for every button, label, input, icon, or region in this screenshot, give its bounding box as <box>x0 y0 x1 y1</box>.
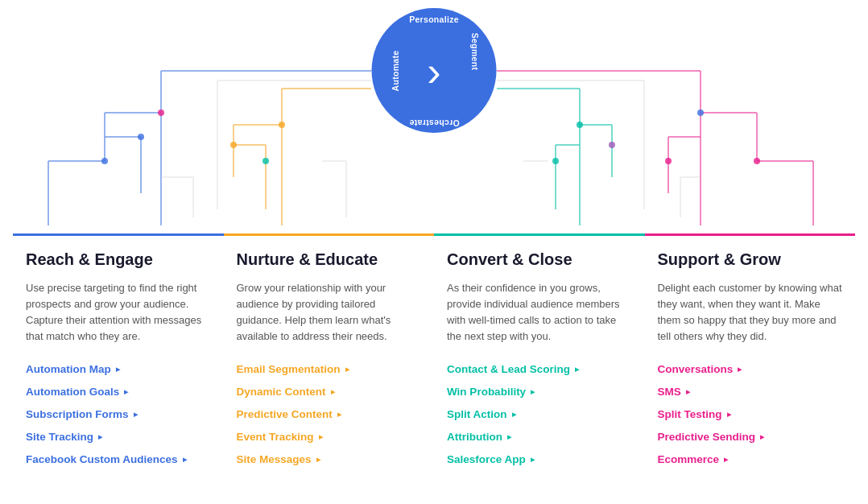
arrow-icon: ▸ <box>512 410 516 419</box>
list-item: Win Probability ▸ <box>447 384 632 399</box>
link-dynamic-content[interactable]: Dynamic Content ▸ <box>237 386 335 398</box>
arrow-icon: ▸ <box>116 365 120 374</box>
columns-area: Reach & EngageUse precise targeting to f… <box>0 233 868 474</box>
arrow-icon: ▸ <box>337 410 341 419</box>
arrow-icon: ▸ <box>724 455 728 464</box>
svg-point-46 <box>609 142 615 148</box>
link-email-segmentation[interactable]: Email Segmentation ▸ <box>237 363 349 375</box>
list-item: Predictive Sending ▸ <box>658 429 843 444</box>
list-item: Contact & Lead Scoring ▸ <box>447 361 632 376</box>
column-links-convert: Contact & Lead Scoring ▸Win Probability … <box>447 361 632 466</box>
link-site-tracking[interactable]: Site Tracking ▸ <box>26 431 102 443</box>
link-predictive-sending[interactable]: Predictive Sending ▸ <box>658 431 765 443</box>
link-predictive-content[interactable]: Predictive Content ▸ <box>237 408 341 420</box>
center-circle: Personalize Automate Segment Orchestrate… <box>372 8 497 133</box>
svg-point-44 <box>262 158 269 164</box>
column-title-nurture: Nurture & Educate <box>237 250 422 269</box>
column-convert: Convert & CloseAs their confidence in yo… <box>434 233 645 474</box>
svg-point-39 <box>158 109 164 116</box>
link-automation-goals[interactable]: Automation Goals ▸ <box>26 386 128 398</box>
column-reach: Reach & EngageUse precise targeting to f… <box>13 233 224 474</box>
arrow-icon: ▸ <box>686 387 690 396</box>
list-item: Salesforce App ▸ <box>447 452 632 466</box>
column-links-support: Conversations ▸SMS ▸Split Testing ▸Predi… <box>658 361 843 466</box>
link-ecommerce[interactable]: Ecommerce ▸ <box>658 453 729 465</box>
svg-point-41 <box>138 134 144 140</box>
arrow-icon: ▸ <box>507 432 511 441</box>
list-item: Ecommerce ▸ <box>658 452 843 466</box>
arrow-icon: ▸ <box>345 365 349 374</box>
list-item: Conversations ▸ <box>658 361 843 376</box>
link-win-probability[interactable]: Win Probability ▸ <box>447 386 535 398</box>
list-item: Automation Map ▸ <box>26 361 211 376</box>
arrow-icon: ▸ <box>331 387 335 396</box>
column-desc-reach: Use precise targeting to find the right … <box>26 280 211 345</box>
svg-point-45 <box>577 122 583 128</box>
circle-label-segment: Segment <box>469 33 479 70</box>
list-item: Split Testing ▸ <box>658 407 843 421</box>
page-wrapper: Personalize Automate Segment Orchestrate… <box>0 0 868 504</box>
list-item: Site Tracking ▸ <box>26 429 211 444</box>
link-contact--lead-scoring[interactable]: Contact & Lead Scoring ▸ <box>447 363 579 375</box>
column-desc-support: Delight each customer by knowing what th… <box>658 280 843 345</box>
svg-point-50 <box>665 158 672 164</box>
svg-point-48 <box>697 109 704 116</box>
list-item: Event Tracking ▸ <box>237 429 422 444</box>
list-item: Email Segmentation ▸ <box>237 361 422 376</box>
svg-point-43 <box>230 142 237 148</box>
circle-label-automate: Automate <box>391 50 400 91</box>
arrow-icon: ▸ <box>319 432 323 441</box>
column-title-convert: Convert & Close <box>447 250 632 269</box>
column-title-reach: Reach & Engage <box>26 250 211 269</box>
list-item: Subscription Forms ▸ <box>26 407 211 421</box>
column-support: Support & GrowDelight each customer by k… <box>645 233 856 474</box>
arrow-icon: ▸ <box>738 365 742 374</box>
list-item: Attribution ▸ <box>447 429 632 444</box>
list-item: Facebook Custom Audiences ▸ <box>26 452 211 466</box>
column-desc-nurture: Grow your relationship with your audienc… <box>237 280 422 345</box>
arrow-icon: ▸ <box>727 410 731 419</box>
list-item: Predictive Content ▸ <box>237 407 422 421</box>
column-nurture: Nurture & EducateGrow your relationship … <box>224 233 435 474</box>
svg-point-42 <box>279 122 285 128</box>
link-site-messages[interactable]: Site Messages ▸ <box>237 453 320 465</box>
link-split-action[interactable]: Split Action ▸ <box>447 408 516 420</box>
link-event-tracking[interactable]: Event Tracking ▸ <box>237 431 323 443</box>
column-links-reach: Automation Map ▸Automation Goals ▸Subscr… <box>26 361 211 466</box>
circle-label-orchestrate: Orchestrate <box>409 118 459 128</box>
svg-point-49 <box>754 158 760 164</box>
column-desc-convert: As their confidence in you grows, provid… <box>447 280 632 345</box>
column-title-support: Support & Grow <box>658 250 843 269</box>
list-item: SMS ▸ <box>658 384 843 399</box>
arrow-icon: ▸ <box>124 387 128 396</box>
arrow-icon: ▸ <box>316 455 320 464</box>
arrow-icon: ▸ <box>183 455 187 464</box>
link-sms[interactable]: SMS ▸ <box>658 386 690 398</box>
arrow-icon: ▸ <box>98 432 102 441</box>
arrow-icon: ▸ <box>531 387 535 396</box>
link-subscription-forms[interactable]: Subscription Forms ▸ <box>26 408 138 420</box>
arrow-icon: ▸ <box>134 410 138 419</box>
svg-point-40 <box>101 158 108 164</box>
circle-chevron-icon: › <box>427 51 440 93</box>
link-attribution[interactable]: Attribution ▸ <box>447 431 511 443</box>
svg-point-47 <box>552 158 559 164</box>
arrow-icon: ▸ <box>531 455 535 464</box>
circle-label-personalize: Personalize <box>409 14 459 24</box>
link-conversations[interactable]: Conversations ▸ <box>658 363 742 375</box>
list-item: Dynamic Content ▸ <box>237 384 422 399</box>
link-split-testing[interactable]: Split Testing ▸ <box>658 408 731 420</box>
link-salesforce-app[interactable]: Salesforce App ▸ <box>447 453 535 465</box>
arrow-icon: ▸ <box>575 365 579 374</box>
diagram-area: Personalize Automate Segment Orchestrate… <box>0 0 868 233</box>
list-item: Split Action ▸ <box>447 407 632 421</box>
arrow-icon: ▸ <box>760 432 764 441</box>
link-automation-map[interactable]: Automation Map ▸ <box>26 363 120 375</box>
list-item: Site Messages ▸ <box>237 452 422 466</box>
column-links-nurture: Email Segmentation ▸Dynamic Content ▸Pre… <box>237 361 422 466</box>
list-item: Automation Goals ▸ <box>26 384 211 399</box>
link-facebook-custom-audiences[interactable]: Facebook Custom Audiences ▸ <box>26 453 187 465</box>
